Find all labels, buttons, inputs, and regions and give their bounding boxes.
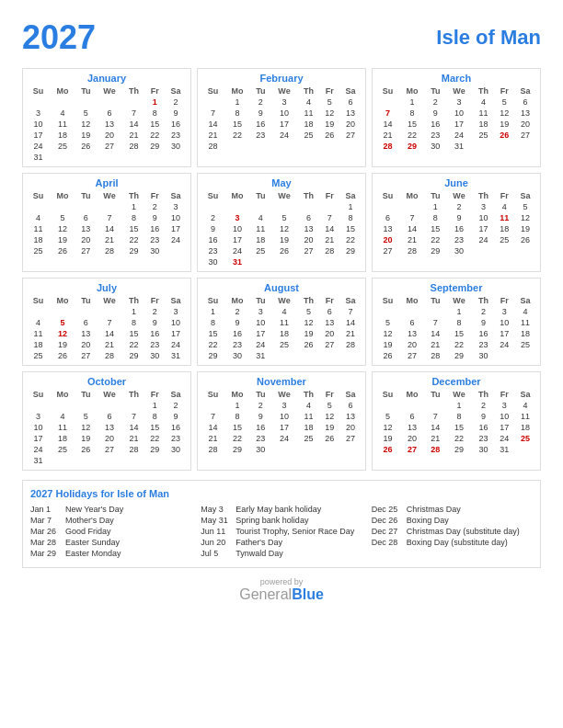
calendar-day: 30	[425, 141, 445, 152]
calendar-day: 11	[297, 411, 319, 422]
month-block: FebruarySuMoTuWeThFrSa123456789101112131…	[197, 68, 366, 167]
calendar-day: 25	[514, 433, 536, 444]
calendar-day: 17	[472, 223, 494, 234]
calendar-day: 3	[27, 108, 50, 119]
calendar-day: 27	[75, 350, 96, 361]
calendar-day: 15	[446, 328, 473, 339]
calendar-day: 24	[250, 339, 270, 350]
calendar-day: 1	[122, 201, 144, 212]
calendar-table: SuMoTuWeThFrSa12345678910111213141516171…	[376, 389, 536, 455]
day-header: We	[271, 85, 298, 97]
day-header: Tu	[425, 389, 445, 400]
calendar-day: 5	[494, 97, 514, 108]
calendar-day: 9	[201, 223, 224, 234]
holiday-item: Mar 26Good Friday	[30, 527, 191, 536]
calendar-day	[494, 350, 514, 361]
calendar-day: 1	[144, 400, 165, 411]
calendar-day: 22	[144, 433, 165, 444]
calendar-day: 1	[122, 306, 144, 317]
calendar-day: 29	[144, 141, 165, 152]
holiday-item: May 3Early May bank holiday	[201, 505, 362, 514]
calendar-day	[50, 201, 75, 212]
calendar-day: 2	[425, 97, 445, 108]
day-header: Su	[376, 85, 399, 97]
calendar-day: 4	[50, 411, 75, 422]
calendar-day: 2	[224, 306, 250, 317]
calendar-day: 20	[75, 339, 96, 350]
month-title: June	[376, 177, 536, 188]
calendar-day: 22	[224, 130, 250, 141]
calendar-day: 21	[399, 234, 425, 245]
holiday-name: Good Friday	[65, 527, 111, 536]
calendar-day: 29	[224, 444, 250, 455]
calendar-day: 7	[376, 108, 399, 119]
calendar-day: 12	[514, 212, 536, 223]
calendar-day	[376, 201, 399, 212]
calendars-grid: JanuarySuMoTuWeThFrSa1234567891011121314…	[22, 68, 541, 471]
calendar-day: 1	[224, 97, 250, 108]
calendar-day: 25	[472, 130, 494, 141]
calendar-day: 10	[165, 212, 187, 223]
calendar-day: 23	[144, 339, 165, 350]
calendar-day: 12	[271, 223, 298, 234]
calendar-day: 18	[514, 328, 536, 339]
calendar-day: 12	[319, 108, 339, 119]
month-block: SeptemberSuMoTuWeThFrSa12345678910111213…	[372, 278, 541, 366]
calendar-day: 8	[425, 212, 445, 223]
calendar-day: 10	[494, 317, 514, 328]
calendar-day: 5	[319, 97, 339, 108]
day-header: Th	[122, 85, 144, 97]
calendar-day: 12	[376, 422, 399, 433]
calendar-day: 23	[165, 433, 187, 444]
calendar-day	[27, 201, 50, 212]
calendar-day: 24	[224, 245, 250, 256]
calendar-day: 6	[97, 108, 123, 119]
holiday-date: Mar 26	[30, 527, 62, 536]
calendar-day: 26	[319, 433, 339, 444]
calendar-day: 19	[75, 130, 96, 141]
calendar-day	[514, 245, 536, 256]
calendar-day: 27	[297, 245, 319, 256]
day-header: We	[97, 295, 123, 306]
calendar-day	[27, 306, 50, 317]
calendar-day: 24	[472, 234, 494, 245]
holiday-name: Spring bank holiday	[236, 516, 308, 525]
calendar-day: 15	[224, 422, 250, 433]
calendar-day: 25	[297, 130, 319, 141]
calendar-day: 11	[27, 328, 50, 339]
calendar-day: 30	[165, 141, 187, 152]
calendar-day: 28	[122, 444, 144, 455]
holiday-name: Christmas Day (substitute day)	[407, 527, 520, 536]
day-header: Fr	[144, 295, 165, 306]
holiday-item: Dec 27Christmas Day (substitute day)	[372, 527, 533, 536]
calendar-day	[339, 444, 362, 455]
calendar-day: 12	[297, 317, 319, 328]
calendar-day: 3	[494, 400, 514, 411]
month-block: MaySuMoTuWeThFrSa12345678910111213141516…	[197, 173, 366, 272]
calendar-day: 22	[122, 339, 144, 350]
calendar-day: 10	[446, 108, 473, 119]
day-header: Sa	[514, 85, 536, 97]
calendar-day: 15	[446, 422, 473, 433]
calendar-day: 14	[97, 223, 123, 234]
holidays-grid: Jan 1New Year's DayMar 7Mother's DayMar …	[30, 505, 533, 560]
calendar-day: 20	[376, 234, 399, 245]
calendar-day: 31	[165, 350, 187, 361]
holiday-date: Dec 25	[372, 505, 403, 514]
calendar-day	[271, 350, 298, 361]
calendar-day: 26	[50, 350, 75, 361]
month-block: JulySuMoTuWeThFrSa1234567891011121314151…	[22, 278, 191, 366]
calendar-day	[425, 306, 445, 317]
calendar-day: 27	[399, 350, 425, 361]
day-header: Th	[297, 190, 319, 201]
calendar-day	[514, 141, 536, 152]
calendar-day: 10	[165, 317, 187, 328]
day-header: We	[97, 190, 123, 201]
brand-label: GeneralBlue	[22, 586, 541, 603]
calendar-day: 5	[50, 212, 75, 223]
day-header: Sa	[514, 389, 536, 400]
calendar-day: 13	[75, 328, 96, 339]
calendar-day: 17	[494, 422, 514, 433]
calendar-day	[339, 350, 362, 361]
day-header: Sa	[165, 190, 187, 201]
